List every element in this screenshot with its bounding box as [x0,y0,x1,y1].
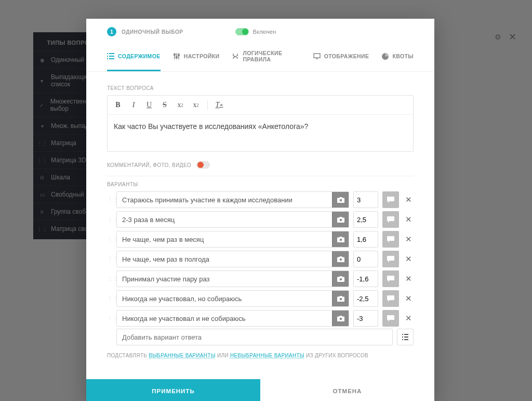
camera-icon[interactable] [332,270,349,287]
monitor-icon [313,53,321,60]
tab-logic[interactable]: ЛОГИЧЕСКИЕ ПРАВИЛА [232,47,300,71]
delete-variant-button[interactable]: ✕ [403,235,414,244]
comment-icon[interactable] [382,231,399,248]
subst-prefix: ПОДСТАВЛЯТЬ [107,353,149,358]
svg-rect-4 [107,58,108,59]
tab-settings[interactable]: НАСТРОЙКИ [173,47,220,71]
svg-point-20 [339,317,342,320]
svg-point-19 [339,297,342,300]
variant-row: ⋮⋮✕ [107,251,414,267]
comment-media-toggle-row: КОММЕНТАРИЙ, ФОТО, ВИДЕО [107,161,414,176]
drag-handle-icon[interactable]: ⋮⋮ [107,295,112,302]
svg-point-10 [176,57,177,58]
comment-icon[interactable] [382,270,399,287]
variant-text-input[interactable] [117,311,332,326]
variant-text-input[interactable] [117,251,332,267]
variant-text-input[interactable] [117,212,332,227]
rich-text-editor: B I U S x2 x2 T✕ Как часто Вы участвуете… [107,95,414,152]
tab-quotas[interactable]: КВОТЫ [381,47,414,71]
comment-icon[interactable] [382,251,399,267]
bold-button[interactable]: B [111,98,125,112]
variant-row: ⋮⋮✕ [107,270,414,287]
svg-rect-25 [402,339,403,340]
variant-text-input[interactable] [117,271,332,287]
comment-icon[interactable] [382,310,399,327]
variant-row: ⋮⋮✕ [107,231,414,248]
question-text-input[interactable]: Как часто Вы участвуете в исследованиях … [108,115,413,151]
svg-rect-3 [109,56,114,57]
subst-unselected-link[interactable]: НЕВЫБРАННЫЕ ВАРИАНТЫ [230,353,304,358]
delete-variant-button[interactable]: ✕ [403,294,414,303]
svg-point-18 [339,278,342,280]
camera-icon[interactable] [332,191,349,208]
subst-selected-link[interactable]: ВЫБРАННЫЕ ВАРИАНТЫ [149,353,216,358]
delete-variant-button[interactable]: ✕ [403,254,414,264]
subscript-button[interactable]: x2 [189,98,203,112]
camera-icon[interactable] [332,211,349,228]
variant-score-input[interactable] [353,191,378,208]
drag-handle-icon[interactable]: ⋮⋮ [107,276,112,282]
comment-icon[interactable] [382,211,399,228]
cancel-button[interactable]: ОТМЕНА [260,379,434,401]
svg-point-15 [339,218,342,221]
variant-score-input[interactable] [353,211,378,228]
camera-icon[interactable] [332,310,349,327]
tabs-row: СОДЕРЖИМОЕ НАСТРОЙКИ ЛОГИЧЕСКИЕ ПРАВИЛА … [86,41,434,72]
drag-handle-icon[interactable]: ⋮⋮ [107,216,112,223]
tab-content[interactable]: СОДЕРЖИМОЕ [107,47,161,71]
superscript-button[interactable]: x2 [173,98,188,112]
variant-score-input[interactable] [353,251,378,267]
svg-rect-1 [109,53,114,54]
variant-score-input[interactable] [353,231,378,248]
comment-media-toggle[interactable] [196,161,210,169]
delete-variant-button[interactable]: ✕ [403,195,414,204]
camera-icon[interactable] [332,290,349,307]
editor-toolbar: B I U S x2 x2 T✕ [108,96,413,115]
clear-format-button[interactable]: T✕ [212,98,227,112]
variant-row: ⋮⋮✕ [107,191,414,208]
variant-row: ⋮⋮✕ [107,290,414,307]
enabled-toggle[interactable]: Включен [235,28,276,35]
svg-rect-22 [404,334,408,335]
variant-text-input[interactable] [117,291,332,306]
tab-display[interactable]: ОТОБРАЖЕНИЕ [313,47,369,71]
variant-text-wrap [116,270,349,287]
comment-icon[interactable] [382,290,399,307]
variant-text-wrap [116,290,349,307]
svg-point-14 [339,199,342,201]
variant-score-input[interactable] [353,270,378,287]
variant-text-input[interactable] [117,231,332,247]
camera-icon[interactable] [332,231,349,248]
svg-rect-12 [314,54,320,58]
tab-quotas-label: КВОТЫ [392,53,414,59]
drag-handle-icon[interactable]: ⋮⋮ [107,197,112,203]
variant-score-input[interactable] [353,290,378,307]
toolbar-divider [207,100,208,110]
drag-handle-icon[interactable]: ⋮⋮ [107,315,112,322]
bulk-add-button[interactable] [397,329,414,345]
comment-icon[interactable] [382,191,399,208]
branch-icon [232,53,239,60]
variant-text-input[interactable] [117,192,332,208]
svg-rect-26 [404,339,408,340]
delete-variant-button[interactable]: ✕ [403,274,414,283]
drag-handle-icon[interactable]: ⋮⋮ [107,236,112,243]
step-type-label: ОДИНОЧНЫЙ ВЫБОР [122,29,183,35]
question-edit-modal: 1 ОДИНОЧНЫЙ ВЫБОР Включен СОДЕРЖИМОЕ НАС… [86,19,434,401]
svg-point-11 [178,55,179,56]
delete-variant-button[interactable]: ✕ [403,314,414,323]
enabled-label: Включен [253,29,276,35]
underline-button[interactable]: U [142,98,156,112]
italic-button[interactable]: I [126,98,141,112]
variant-score-input[interactable] [353,310,378,327]
variant-list: ⋮⋮✕⋮⋮✕⋮⋮✕⋮⋮✕⋮⋮✕⋮⋮✕⋮⋮✕ [107,191,414,327]
camera-icon[interactable] [332,251,349,267]
add-variant-input[interactable] [116,329,393,345]
strikethrough-button[interactable]: S [157,98,172,112]
drag-handle-icon[interactable]: ⋮⋮ [107,256,112,263]
apply-button[interactable]: ПРИМЕНИТЬ [86,379,260,401]
delete-variant-button[interactable]: ✕ [403,215,414,224]
variant-text-wrap [116,231,349,248]
tab-logic-label: ЛОГИЧЕСКИЕ ПРАВИЛА [243,50,300,62]
question-text-label: ТЕКСТ ВОПРОСА [107,85,414,91]
